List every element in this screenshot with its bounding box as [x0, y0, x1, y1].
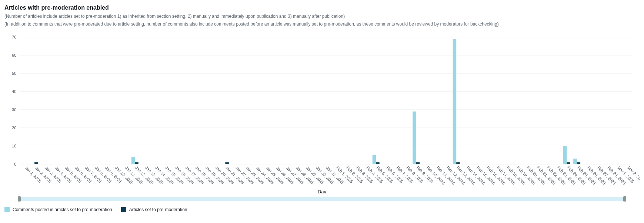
legend-item-articles[interactable]: Articles set to pre-moderation — [121, 207, 187, 212]
legend-swatch-articles — [121, 207, 126, 212]
svg-text:40: 40 — [12, 89, 16, 94]
svg-rect-24 — [225, 162, 228, 164]
svg-rect-26 — [416, 162, 420, 164]
svg-rect-25 — [376, 162, 379, 164]
bar-chart: 010203040506070Jan 1, 2025Jan 2, 2025Jan… — [4, 33, 640, 194]
legend: Comments posted in articles set to pre-m… — [4, 207, 640, 212]
svg-text:60: 60 — [12, 53, 16, 57]
svg-rect-19 — [453, 39, 456, 164]
svg-text:70: 70 — [12, 35, 16, 39]
svg-text:20: 20 — [12, 126, 16, 130]
legend-swatch-comments — [4, 207, 10, 212]
svg-rect-20 — [563, 146, 567, 164]
svg-rect-17 — [373, 155, 376, 164]
legend-label-articles: Articles set to pre-moderation — [129, 207, 187, 212]
svg-rect-29 — [577, 162, 580, 164]
svg-text:0: 0 — [14, 162, 16, 166]
chart-title: Articles with pre-moderation enabled — [4, 4, 640, 11]
chart-area: 010203040506070Jan 1, 2025Jan 2, 2025Jan… — [4, 33, 640, 202]
range-slider[interactable] — [19, 197, 625, 201]
svg-rect-27 — [456, 162, 460, 164]
slider-handle-right[interactable] — [623, 196, 626, 202]
slider-handle-left[interactable] — [18, 196, 21, 202]
chart-subtitle-1: (Number of articles include articles set… — [4, 13, 640, 20]
svg-text:10: 10 — [12, 144, 16, 148]
svg-text:Day: Day — [318, 189, 327, 194]
svg-rect-22 — [34, 162, 38, 164]
chart-subtitle-2: (In addition to comments that were pre-m… — [4, 21, 640, 27]
svg-rect-18 — [413, 112, 416, 164]
svg-rect-21 — [573, 159, 577, 164]
svg-rect-16 — [131, 157, 135, 164]
svg-rect-23 — [135, 162, 138, 164]
svg-rect-28 — [567, 162, 570, 164]
legend-item-comments[interactable]: Comments posted in articles set to pre-m… — [4, 207, 112, 212]
svg-text:50: 50 — [12, 71, 16, 76]
svg-text:30: 30 — [12, 107, 16, 112]
legend-label-comments: Comments posted in articles set to pre-m… — [13, 207, 112, 212]
